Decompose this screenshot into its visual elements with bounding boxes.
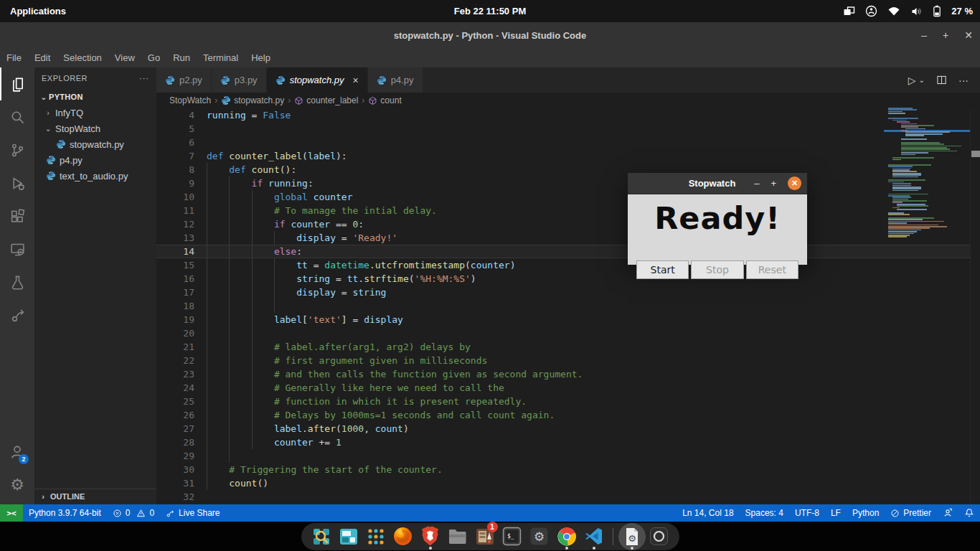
code-line-15[interactable]: 15tt = datetime.utcfromtimestamp(counter…: [156, 258, 980, 272]
screenshot-tool-icon[interactable]: [648, 524, 671, 550]
line-number[interactable]: 4: [156, 108, 207, 122]
menu-file[interactable]: File: [0, 50, 28, 65]
python-interpreter[interactable]: Python 3.9.7 64-bit: [23, 504, 107, 522]
chrome-icon[interactable]: [555, 524, 578, 550]
status-eol[interactable]: LF: [825, 504, 847, 522]
status-cursor-position[interactable]: Ln 14, Col 18: [677, 504, 739, 522]
status-feedback[interactable]: [937, 504, 958, 522]
code-line-16[interactable]: 16string = tt.strftime('%H:%M:%S'): [156, 272, 980, 286]
run-chevron-icon[interactable]: ⌄: [919, 76, 925, 84]
explorer-item-text_to_audio-py[interactable]: text_to_audio.py: [34, 168, 156, 184]
code-line-17[interactable]: 17display = string: [156, 286, 980, 299]
line-number[interactable]: 11: [156, 204, 207, 217]
line-number[interactable]: 31: [156, 476, 207, 490]
tab-close-icon[interactable]: ×: [353, 75, 359, 86]
line-number[interactable]: 28: [156, 435, 207, 449]
line-number[interactable]: 18: [156, 299, 207, 313]
code-line-12[interactable]: 12if counter == 0:: [156, 217, 980, 231]
clock[interactable]: Feb 22 11:50 PM: [454, 6, 526, 17]
line-number[interactable]: 21: [156, 340, 207, 354]
menu-view[interactable]: View: [108, 50, 141, 65]
search-icon[interactable]: [0, 100, 34, 133]
line-number[interactable]: 20: [156, 326, 207, 340]
code-line-31[interactable]: 31count(): [156, 476, 980, 490]
line-number[interactable]: 6: [156, 136, 207, 149]
privacy-icon[interactable]: [865, 5, 877, 17]
code-line-6[interactable]: 6: [156, 136, 980, 149]
stopwatch-app-icon[interactable]: ⚙: [621, 524, 644, 550]
tab-p2-py[interactable]: p2.py: [156, 67, 212, 93]
line-number[interactable]: 10: [156, 190, 207, 204]
explorer-item-p4-py[interactable]: p4.py: [34, 152, 156, 168]
run-debug-icon[interactable]: [0, 166, 34, 199]
line-number[interactable]: 22: [156, 354, 207, 367]
stopwatch-start-button[interactable]: Start: [636, 260, 689, 279]
window-switcher-icon[interactable]: [843, 6, 855, 17]
code-line-5[interactable]: 5: [156, 122, 980, 136]
minimize-button[interactable]: –: [921, 29, 927, 41]
menu-selection[interactable]: Selection: [57, 50, 108, 65]
code-line-20[interactable]: 20: [156, 326, 980, 340]
code-line-30[interactable]: 30# Triggering the start of the counter.: [156, 463, 980, 476]
stopwatch-close-button[interactable]: ✕: [788, 176, 801, 190]
app-grid-icon[interactable]: [364, 524, 387, 550]
line-number[interactable]: 5: [156, 122, 207, 136]
explorer-more-actions[interactable]: ···: [139, 74, 149, 83]
line-number[interactable]: 15: [156, 258, 207, 272]
code-line-4[interactable]: 4running = False: [156, 108, 980, 122]
code-line-10[interactable]: 10global counter: [156, 190, 980, 204]
minimap[interactable]: [888, 108, 970, 504]
code-line-28[interactable]: 28counter += 1: [156, 435, 980, 449]
menu-run[interactable]: Run: [166, 50, 197, 65]
status-language-mode[interactable]: Python: [847, 504, 885, 522]
stopwatch-minimize-button[interactable]: –: [754, 178, 759, 189]
code-line-32[interactable]: 32: [156, 490, 980, 504]
code-line-24[interactable]: 24# Generally like here we need to call …: [156, 381, 980, 395]
code-line-22[interactable]: 22# first argument given in milliseconds: [156, 354, 980, 367]
files-icon[interactable]: [446, 524, 469, 550]
line-number[interactable]: 24: [156, 381, 207, 395]
line-number[interactable]: 7: [156, 149, 207, 163]
line-number[interactable]: 19: [156, 313, 207, 326]
line-number[interactable]: 26: [156, 408, 207, 422]
system-tray[interactable]: 27 %: [843, 5, 973, 17]
line-number[interactable]: 14: [156, 245, 207, 258]
remote-explorer-icon[interactable]: [0, 232, 34, 265]
battery-icon[interactable]: [933, 5, 941, 17]
line-number[interactable]: 27: [156, 422, 207, 435]
file-search-icon[interactable]: [310, 524, 333, 550]
line-number[interactable]: 32: [156, 490, 207, 504]
problems-indicator[interactable]: 0 0: [107, 504, 160, 522]
menu-terminal[interactable]: Terminal: [197, 50, 245, 65]
line-number[interactable]: 29: [156, 449, 207, 463]
more-actions-button[interactable]: ···: [958, 75, 969, 86]
editor-scrollbar[interactable]: [970, 108, 980, 504]
stopwatch-titlebar[interactable]: Stopwatch – + ✕: [628, 173, 807, 194]
breadcrumb-item-count[interactable]: count: [368, 95, 401, 105]
code-line-7[interactable]: 7def counter_label(label):: [156, 149, 980, 163]
tray-icons[interactable]: [843, 5, 941, 17]
line-number[interactable]: 12: [156, 217, 207, 231]
code-line-23[interactable]: 23# and then calls the function given as…: [156, 367, 980, 381]
account-icon[interactable]: 2: [0, 435, 34, 468]
breadcrumb-item-stopwatch-py[interactable]: stopwatch.py: [221, 95, 284, 105]
tab-p3-py[interactable]: p3.py: [212, 67, 267, 93]
code-line-8[interactable]: 8def count():: [156, 163, 980, 176]
status-indentation[interactable]: Spaces: 4: [740, 504, 789, 522]
line-number[interactable]: 17: [156, 286, 207, 299]
code-line-13[interactable]: 13display = 'Ready!': [156, 231, 980, 245]
stopwatch-reset-button[interactable]: Reset: [746, 260, 798, 279]
code-line-11[interactable]: 11# To manage the intial delay.: [156, 204, 980, 217]
code-line-29[interactable]: 29: [156, 449, 980, 463]
source-control-icon[interactable]: [0, 133, 34, 166]
line-number[interactable]: 30: [156, 463, 207, 476]
outline-section[interactable]: › OUTLINE: [34, 489, 156, 503]
live-share-icon[interactable]: [0, 298, 34, 331]
applications-menu[interactable]: Applications: [0, 0, 76, 22]
settings-icon[interactable]: ⚙: [0, 468, 34, 501]
code-line-27[interactable]: 27label.after(1000, count): [156, 422, 980, 435]
workspace-root-python[interactable]: ⌄ PYTHON: [34, 89, 156, 105]
extensions-icon[interactable]: [0, 199, 34, 232]
code-line-25[interactable]: 25# function in which it is present repe…: [156, 395, 980, 408]
status-notifications[interactable]: [958, 504, 980, 522]
